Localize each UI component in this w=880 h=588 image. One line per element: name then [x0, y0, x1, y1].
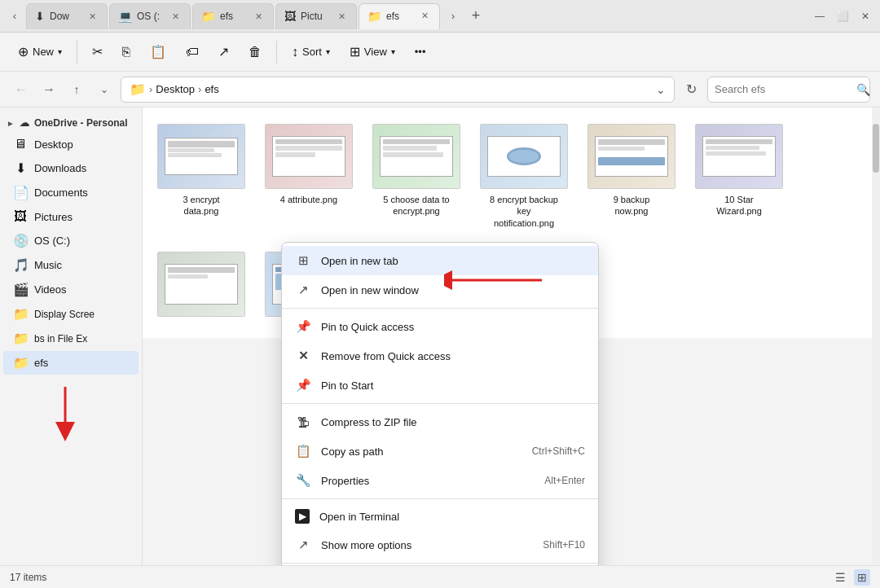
file-item-2[interactable]: 4 attribute.png	[260, 117, 358, 235]
file-thumb-4	[480, 124, 568, 189]
file-item-7[interactable]	[152, 245, 250, 328]
sidebar-item-pictures[interactable]: 🖼 Pictures	[3, 205, 139, 228]
window-close-btn[interactable]: ✕	[854, 5, 877, 28]
os-icon: 💿	[13, 233, 28, 248]
sidebar-item-os[interactable]: 💿 OS (C:)	[3, 229, 139, 252]
item-count: 17 items	[10, 572, 46, 583]
grid-view-btn[interactable]: ⊞	[854, 569, 870, 586]
tab-efs2-icon: 📁	[367, 10, 381, 23]
breadcrumb-desktop[interactable]: Desktop	[156, 83, 195, 95]
file-name-6: 10 StarWizard.png	[716, 194, 762, 217]
tab-efs1[interactable]: 📁 efs ✕	[192, 3, 274, 29]
sidebar-item-documents[interactable]: 📄 Documents	[3, 181, 139, 204]
sidebar-group-onedrive[interactable]: ► ☁ OneDrive - Personal	[0, 114, 142, 132]
new-button[interactable]: ⊕ New ▾	[10, 37, 70, 67]
scrollbar-thumb[interactable]	[873, 124, 879, 173]
ctx-copypath-label: Copy as path	[321, 445, 522, 458]
paste-button[interactable]: 📋	[142, 37, 174, 67]
ctx-compress-zip[interactable]: 🗜 Compress to ZIP file	[282, 407, 598, 437]
tab-bar: ‹ ⬇ Dow ✕ 💻 OS (: ✕ 📁 efs ✕ 🖼 Pictu ✕ 📁 …	[0, 0, 880, 33]
sidebar-item-music[interactable]: 🎵 Music	[3, 253, 139, 277]
ctx-terminal-label: Open in Terminal	[319, 511, 585, 523]
sidebar-item-efs[interactable]: 📁 efs	[3, 351, 139, 375]
delete-button[interactable]: 🗑	[240, 37, 270, 67]
ctx-pinstart-icon: 📌	[295, 377, 311, 393]
sidebar-item-desktop[interactable]: 🖥 Desktop	[3, 133, 139, 156]
desktop-icon: 🖥	[13, 137, 28, 151]
refresh-button[interactable]: ↻	[680, 78, 702, 101]
ctx-properties-shortcut: Alt+Enter	[544, 475, 585, 486]
file-thumb-6	[695, 124, 783, 189]
file-item-6[interactable]: 10 StarWizard.png	[690, 117, 788, 235]
sidebar-item-videos[interactable]: 🎬 Videos	[3, 278, 139, 301]
tab-os[interactable]: 💻 OS (: ✕	[109, 3, 191, 29]
tab-downloads-close[interactable]: ✕	[86, 11, 99, 23]
ctx-pin-quick-access[interactable]: 📌 Pin to Quick access	[282, 312, 598, 341]
sidebar-item-pictures-label: Pictures	[34, 211, 73, 223]
ctx-zip-label: Compress to ZIP file	[321, 416, 585, 428]
tab-add-button[interactable]: +	[464, 5, 487, 28]
file-item-5[interactable]: 9 backupnow.png	[583, 117, 680, 235]
sidebar-item-display[interactable]: 📁 Display Scree	[3, 302, 139, 326]
tab-pictures[interactable]: 🖼 Pictu ✕	[275, 3, 357, 29]
window-maximize-btn[interactable]: ⬜	[831, 5, 854, 28]
breadcrumb[interactable]: 📁 › Desktop › efs ⌄	[121, 77, 675, 103]
file-item-4[interactable]: 8 encrypt backupkeynotification.png	[475, 117, 573, 235]
tab-downloads[interactable]: ⬇ Dow ✕	[26, 3, 108, 29]
tab-pictures-close[interactable]: ✕	[336, 11, 348, 23]
up-button[interactable]: ↑	[65, 78, 88, 101]
sidebar-item-downloads[interactable]: ⬇ Downloads	[3, 156, 139, 180]
ctx-properties[interactable]: 🔧 Properties Alt+Enter	[282, 466, 598, 495]
view-icon: ⊞	[350, 44, 360, 59]
ctx-pin-start[interactable]: 📌 Pin to Start	[282, 371, 598, 400]
file-name-1: 3 encryptdata.png	[183, 194, 219, 217]
file-item-1[interactable]: 3 encryptdata.png	[152, 117, 250, 235]
copy-button[interactable]: ⎘	[114, 37, 139, 67]
tab-efs1-close[interactable]: ✕	[253, 11, 265, 23]
onedrive-icon: ☁	[20, 117, 29, 129]
window-minimize-btn[interactable]: —	[808, 5, 831, 28]
ctx-more-icon: ↗	[295, 537, 311, 553]
breadcrumb-dropdown-btn[interactable]: ⌄	[656, 83, 666, 96]
more-button[interactable]: •••	[407, 37, 434, 67]
ctx-copy-path[interactable]: 📋 Copy as path Ctrl+Shift+C	[282, 437, 598, 466]
ctx-show-more[interactable]: ↗ Show more options Shift+F10	[282, 530, 598, 559]
tab-efs2-close[interactable]: ✕	[419, 10, 431, 22]
file-item-3[interactable]: 5 choose data toencrypt.png	[367, 117, 465, 235]
tab-next-btn[interactable]: ›	[442, 5, 464, 28]
tab-prev-btn[interactable]: ‹	[3, 5, 26, 28]
cut-button[interactable]: ✂	[84, 37, 111, 67]
new-icon: ⊕	[18, 44, 29, 59]
ctx-more-shortcut: Shift+F10	[543, 539, 585, 551]
ctx-terminal-icon: ▶	[295, 509, 310, 524]
list-view-btn[interactable]: ☰	[832, 569, 849, 586]
share-button[interactable]: ↗	[210, 37, 237, 67]
sort-button[interactable]: ↕ Sort ▾	[284, 37, 338, 67]
rename-button[interactable]: 🏷	[178, 37, 207, 67]
forward-button[interactable]: →	[37, 78, 60, 101]
tab-os-label: OS (:	[137, 11, 165, 22]
ctx-open-new-tab[interactable]: ⊞ Open in new tab	[282, 246, 598, 275]
view-button[interactable]: ⊞ View ▾	[341, 37, 403, 67]
cut-icon: ✂	[92, 44, 103, 59]
file-thumb-7	[157, 252, 245, 317]
sidebar-item-fileex[interactable]: 📁 bs in File Ex	[3, 327, 139, 350]
pictures-icon: 🖼	[13, 209, 28, 224]
sidebar-item-fileex-label: bs in File Ex	[34, 333, 87, 344]
scrollbar-track[interactable]	[872, 108, 880, 565]
breadcrumb-efs[interactable]: efs	[205, 83, 218, 95]
tab-os-close[interactable]: ✕	[169, 11, 182, 23]
search-box[interactable]: 🔍	[707, 77, 870, 103]
back-button[interactable]: ←	[10, 78, 33, 101]
tab-efs2[interactable]: 📁 efs ✕	[359, 3, 440, 29]
folder-icon: 📁	[130, 81, 146, 97]
ctx-open-terminal[interactable]: ▶ Open in Terminal	[282, 502, 598, 530]
history-button[interactable]: ⌄	[93, 78, 116, 101]
tab-pictures-icon: 🖼	[284, 10, 296, 23]
ctx-remove-quick-access[interactable]: ✕ Remove from Quick access	[282, 341, 598, 371]
address-bar: ← → ↑ ⌄ 📁 › Desktop › efs ⌄ ↻ 🔍	[0, 72, 880, 108]
music-icon: 🎵	[13, 257, 28, 273]
ctx-properties-icon: 🔧	[295, 472, 311, 489]
ctx-open-new-window[interactable]: ↗ Open in new window	[282, 275, 598, 305]
search-input[interactable]	[715, 83, 851, 95]
